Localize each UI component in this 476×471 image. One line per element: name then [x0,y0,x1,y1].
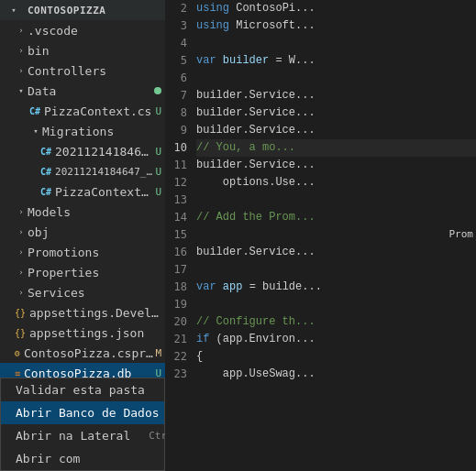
code-token: builder.Service... [196,244,315,261]
mig3-label: PizzaContextModelSnapshot.cs [55,185,155,199]
csproj-icon: ⚙ [15,348,20,358]
sidebar-item-services[interactable]: › Services [0,282,165,302]
code-line-18: var app = builde... [196,279,476,296]
line-num-12: 12 [165,174,187,192]
sidebar-item-models[interactable]: › Models [0,202,165,222]
ctx-abrir-banco[interactable]: Abrir Banco de Dados [1,401,164,424]
mig3-icon: C# [40,187,51,197]
sidebar-item-mig1[interactable]: C# 20211214184647_InitialCreate.cs U [0,141,165,161]
sidebar-item-appsettings[interactable]: {} appsettings.json [0,323,165,343]
pizzacontext-label: PizzaContext.cs [44,104,155,118]
ctx-validar-label: Validar esta pasta [16,383,145,397]
code-token: options.Use... [196,174,315,192]
code-token: builder.Service... [196,87,315,104]
code-line-23: app.UseSwag... [196,366,476,383]
vscode-label: .vscode [28,24,165,38]
code-line-16: builder.Service... [196,244,476,261]
line-num-10: 10 [165,139,187,157]
sidebar-item-csproj[interactable]: ⚙ ContosoPizza.csproj M [0,343,165,363]
data-arrow-icon: ▾ [15,86,28,95]
ctx-abrir-com[interactable]: Abrir com [1,447,164,470]
mig1-badge: U [155,146,161,158]
code-line-3: using Microsoft... [196,17,476,35]
code-token: (app.Environ... [216,331,315,348]
code-line-10: // You, a mo... [196,139,476,157]
controllers-arrow-icon: › [15,66,28,75]
bin-label: bin [28,44,165,58]
sidebar-item-obj[interactable]: › obj [0,222,165,242]
code-area: 2 3 4 5 6 7 8 9 10 11 12 13 14 15 16 17 … [165,0,476,471]
code-token: builder.Service... [196,122,315,139]
data-modified-dot [154,87,161,94]
code-editor: 2 3 4 5 6 7 8 9 10 11 12 13 14 15 16 17 … [165,0,476,471]
mig2-icon: C# [40,167,51,177]
line-num-17: 17 [165,261,187,279]
code-line-17 [196,261,476,279]
models-label: Models [28,205,165,219]
csproj-label: ContosoPizza.csproj [24,346,155,360]
properties-arrow-icon: › [15,268,28,277]
sidebar-item-controllers[interactable]: › Controllers [0,60,165,81]
ctx-abrir-lateral-shortcut: Ctrl+Enter [149,430,165,442]
code-line-14: // Add the Prom... [196,209,476,226]
sidebar-item-vscode[interactable]: › .vscode [0,20,165,40]
ctx-abrir-banco-label: Abrir Banco de Dados [16,406,160,420]
code-token: { [196,348,203,366]
promotions-arrow-icon: › [15,247,28,257]
appsettings-label: appsettings.json [29,326,165,340]
appsettings-dev-icon: {} [15,308,26,318]
code-token: var [196,279,216,296]
code-line-6 [196,70,476,87]
line-num-4: 4 [165,35,187,52]
sidebar-item-migrations[interactable]: ▾ Migrations [0,121,165,141]
line-num-23: 23 [165,366,187,383]
sidebar-item-pizzacontext[interactable]: C# PizzaContext.cs U [0,101,165,121]
code-content: using ContosoPi... using Microsoft... va… [193,0,476,471]
sidebar-item-mig2[interactable]: C# 20211214184647_InitialCreate.Designer… [0,161,165,181]
line-numbers: 2 3 4 5 6 7 8 9 10 11 12 13 14 15 16 17 … [165,0,193,471]
sidebar-item-bin[interactable]: › bin [0,40,165,60]
sidebar-item-properties[interactable]: › Properties [0,262,165,282]
code-token: using [196,17,229,35]
line-num-7: 7 [165,87,187,104]
mig2-label: 20211214184647_InitialCreate.Designer.cs [55,166,155,178]
code-token: var [196,52,216,70]
sidebar-root[interactable]: ▾ CONTOSOPIZZA [0,0,165,20]
mig1-icon: C# [40,147,51,157]
models-arrow-icon: › [15,207,28,216]
bin-arrow-icon: › [15,46,28,55]
line-num-6: 6 [165,70,187,87]
obj-arrow-icon: › [15,227,28,236]
line-num-16: 16 [165,244,187,261]
line-num-9: 9 [165,122,187,139]
data-label: Data [28,84,154,98]
code-token: // Add the Prom... [196,209,315,226]
pizzacontext-icon: C# [29,106,40,116]
code-token: using [196,0,229,17]
code-token: = builde... [249,279,322,296]
csproj-badge: M [155,347,161,359]
line-num-15: 15 [165,226,187,244]
promotions-label: Promotions [28,246,165,259]
code-line-7: builder.Service... [196,87,476,104]
code-token: app [223,279,243,296]
sidebar-item-data[interactable]: ▾ Data [0,81,165,101]
code-token: if [196,331,209,348]
code-token: builder [223,52,269,70]
code-line-19 [196,296,476,313]
code-line-21: if (app.Environ... [196,331,476,348]
code-line-9: builder.Service... [196,122,476,139]
mig1-label: 20211214184647_InitialCreate.cs [55,145,155,159]
line-num-8: 8 [165,104,187,122]
sidebar-item-mig3[interactable]: C# PizzaContextModelSnapshot.cs U [0,181,165,202]
code-line-5: var builder = W... [196,52,476,70]
code-token: builder.Service... [196,104,315,122]
ctx-abrir-lateral[interactable]: Abrir na Lateral Ctrl+Enter [1,424,164,447]
ctx-validar[interactable]: Validar esta pasta [1,378,164,401]
sidebar-item-promotions[interactable]: › Promotions [0,242,165,262]
sidebar-item-appsettings-dev[interactable]: {} appsettings.Development.json [0,302,165,323]
code-line-8: builder.Service... [196,104,476,122]
services-arrow-icon: › [15,288,28,297]
code-line-20: // Configure th... [196,313,476,331]
code-line-2: using ContosoPi... [196,0,476,17]
